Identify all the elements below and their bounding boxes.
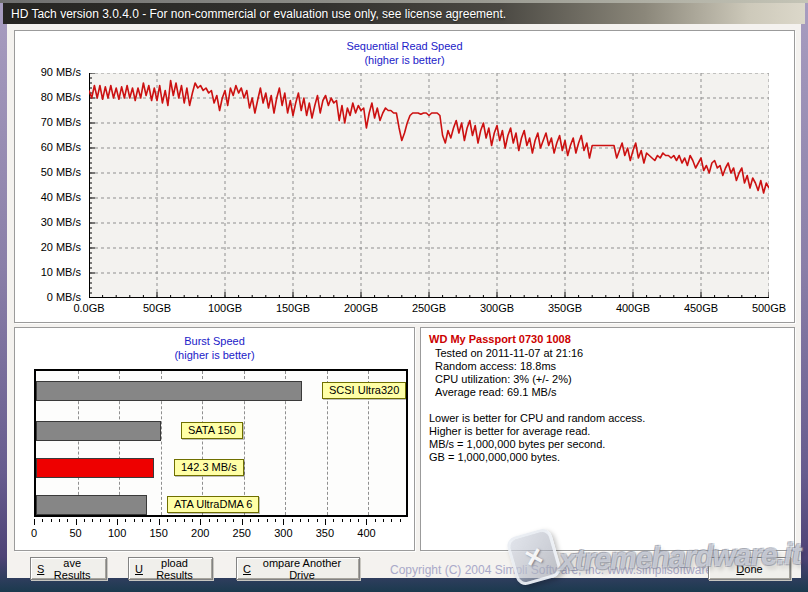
burst-tick	[84, 519, 85, 522]
burst-chart-title: Burst Speed	[15, 335, 414, 347]
burst-tick	[209, 519, 210, 522]
seq-chart-title: Sequential Read Speed	[15, 40, 794, 52]
burst-tick	[142, 519, 143, 522]
burst-tick	[150, 519, 151, 522]
burst-tick	[159, 519, 160, 525]
seq-x-tick-label: 0.0GB	[73, 302, 104, 314]
burst-tick	[258, 519, 259, 522]
burst-bar	[36, 421, 161, 441]
burst-tick-label: 50	[69, 527, 81, 539]
save-results-button[interactable]: Save Results	[30, 557, 107, 580]
burst-x-axis: 050100150200250300350400	[34, 519, 408, 545]
burst-tick	[134, 519, 135, 522]
drive-stat-line: Average read: 69.1 MB/s	[435, 386, 556, 398]
seq-y-tick-label: 10 MB/s	[15, 266, 81, 278]
burst-tick-label: 400	[357, 527, 375, 539]
seq-y-tick-label: 50 MB/s	[15, 166, 81, 178]
burst-tick	[59, 519, 60, 522]
burst-speed-panel: Burst Speed (higher is better) SCSI Ultr…	[14, 327, 415, 551]
drive-name: WD My Passport 0730 1008	[429, 333, 571, 345]
burst-tick	[92, 519, 93, 522]
burst-tick	[34, 519, 35, 525]
burst-tick	[283, 519, 284, 525]
info-note-line: Lower is better for CPU and random acces…	[429, 412, 645, 424]
seq-x-tick-label: 300GB	[480, 302, 514, 314]
burst-tick	[200, 519, 201, 525]
drive-stat-line: CPU utilization: 3% (+/- 2%)	[435, 373, 572, 385]
burst-tick	[250, 519, 251, 522]
burst-tick-label: 300	[274, 527, 292, 539]
burst-tick	[375, 519, 376, 522]
burst-tick	[175, 519, 176, 522]
burst-tick-label: 0	[31, 527, 37, 539]
burst-tick	[391, 519, 392, 522]
burst-tick-label: 150	[149, 527, 167, 539]
burst-bar	[36, 495, 147, 515]
info-note-line: GB = 1,000,000,000 bytes.	[429, 451, 560, 463]
burst-bar-label: 142.3 MB/s	[174, 459, 244, 476]
seq-y-tick-label: 90 MB/s	[15, 66, 81, 78]
burst-tick	[325, 519, 326, 525]
sequential-read-panel: Sequential Read Speed (higher is better)…	[14, 30, 795, 323]
burst-bar-label: SCSI Ultra320	[322, 382, 406, 399]
seq-x-tick-label: 150GB	[276, 302, 310, 314]
burst-tick	[51, 519, 52, 522]
window-titlebar[interactable]: HD Tach version 3.0.4.0 - For non-commer…	[3, 3, 805, 24]
burst-tick	[292, 519, 293, 522]
burst-tick	[350, 519, 351, 522]
burst-tick-label: 350	[316, 527, 334, 539]
seq-x-tick-label: 450GB	[684, 302, 718, 314]
burst-speed-chart: SCSI Ultra320SATA 150142.3 MB/sATA Ultra…	[34, 369, 408, 517]
drive-stat-line: Tested on 2011-11-07 at 21:16	[435, 347, 583, 359]
compare-another-drive-button[interactable]: Compare Another Drive	[236, 557, 360, 580]
burst-tick	[267, 519, 268, 522]
burst-tick	[125, 519, 126, 522]
burst-tick	[275, 519, 276, 522]
burst-tick	[42, 519, 43, 522]
seq-y-tick-label: 80 MB/s	[15, 91, 81, 103]
window-title: HD Tach version 3.0.4.0 - For non-commer…	[3, 7, 506, 21]
info-note-line: Higher is better for average read.	[429, 425, 590, 437]
upload-results-button[interactable]: Upload Results	[128, 557, 213, 580]
burst-tick	[358, 519, 359, 522]
burst-tick	[100, 519, 101, 522]
drive-info-panel: WD My Passport 0730 1008 Tested on 2011-…	[420, 327, 795, 551]
burst-tick	[300, 519, 301, 522]
burst-bar	[36, 381, 302, 401]
seq-y-tick-label: 70 MB/s	[15, 116, 81, 128]
seq-y-tick-label: 60 MB/s	[15, 141, 81, 153]
client-area: Sequential Read Speed (higher is better)…	[7, 24, 801, 578]
drive-stat-line: Random access: 18.8ms	[435, 360, 556, 372]
seq-y-tick-label: 20 MB/s	[15, 241, 81, 253]
seq-chart-subtitle: (higher is better)	[15, 54, 794, 66]
burst-tick	[217, 519, 218, 522]
done-button[interactable]: Done	[708, 557, 791, 580]
burst-bar-label: ATA UltraDMA 6	[167, 496, 259, 513]
burst-tick-label: 200	[191, 527, 209, 539]
burst-tick	[233, 519, 234, 522]
seq-x-tick-label: 400GB	[616, 302, 650, 314]
burst-tick	[333, 519, 334, 522]
seq-x-tick-label: 350GB	[548, 302, 582, 314]
burst-tick	[400, 519, 401, 522]
burst-tick	[76, 519, 77, 525]
burst-tick	[383, 519, 384, 522]
burst-tick	[184, 519, 185, 522]
seq-x-tick-label: 500GB	[752, 302, 786, 314]
burst-tick	[225, 519, 226, 522]
burst-tick-label: 100	[108, 527, 126, 539]
burst-tick	[308, 519, 309, 522]
seq-x-tick-label: 100GB	[208, 302, 242, 314]
seq-x-tick-label: 200GB	[344, 302, 378, 314]
burst-tick	[366, 519, 367, 525]
info-note-line: MB/s = 1,000,000 bytes per second.	[429, 438, 605, 450]
seq-x-tick-label: 250GB	[412, 302, 446, 314]
seq-x-tick-label: 50GB	[143, 302, 171, 314]
hdtach-window: HD Tach version 3.0.4.0 - For non-commer…	[0, 0, 808, 592]
burst-tick	[342, 519, 343, 522]
seq-y-tick-label: 40 MB/s	[15, 191, 81, 203]
burst-tick	[109, 519, 110, 522]
burst-tick	[192, 519, 193, 522]
burst-bar	[36, 458, 154, 478]
burst-tick	[317, 519, 318, 522]
